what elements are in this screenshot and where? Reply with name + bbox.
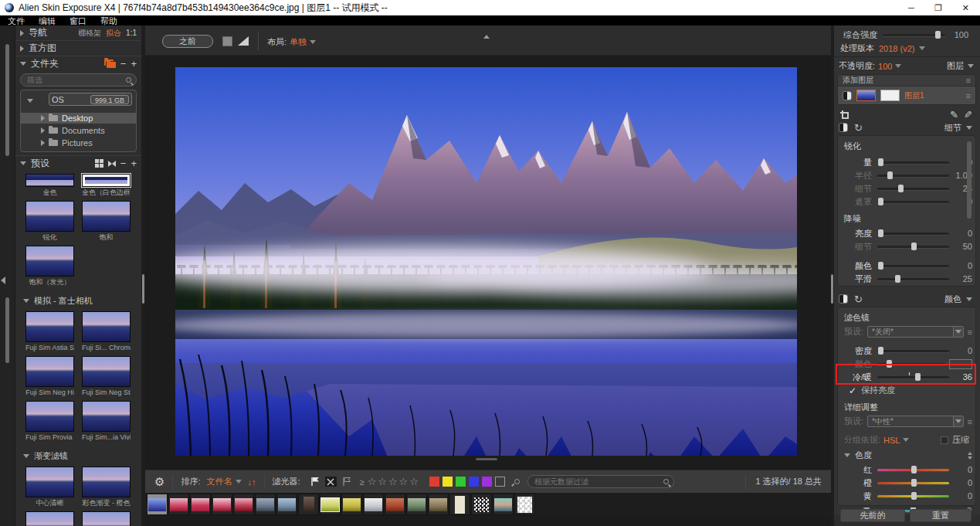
slider-track[interactable] [877, 376, 949, 378]
maximize-button[interactable]: ❐ [934, 3, 942, 13]
label-blue-chip[interactable] [469, 477, 479, 487]
color-filter-preset-dropdown[interactable]: *关闭* [867, 326, 964, 338]
compress-checkbox[interactable] [941, 436, 948, 444]
slider-track[interactable] [877, 350, 949, 352]
slider-track[interactable] [877, 495, 949, 497]
before-button[interactable]: 之前 [162, 35, 213, 48]
slider-track[interactable] [877, 201, 949, 203]
crop-tool-icon[interactable] [840, 110, 849, 120]
preset-thumbnail[interactable] [25, 511, 74, 526]
slider-track[interactable] [877, 482, 949, 484]
preset-item[interactable]: 中心清晰 [25, 467, 74, 507]
folder-filter-input[interactable] [25, 75, 126, 85]
split-preview-icon[interactable] [839, 123, 848, 132]
previous-button[interactable]: 先前的 [840, 509, 905, 522]
preset-item[interactable]: 彩色渐变 - 蓝色 [25, 511, 74, 526]
preset-thumbnail[interactable] [82, 201, 131, 232]
filmstrip-thumb[interactable] [428, 494, 449, 515]
gear-icon[interactable]: ⚙ [154, 475, 164, 489]
nav-grid-mode[interactable]: 棚格架 [78, 28, 101, 39]
hamburger-icon[interactable]: ≡ [966, 91, 971, 100]
preset-thumbnail[interactable] [82, 467, 131, 497]
slider-thumb[interactable] [911, 479, 917, 487]
slider-track[interactable] [877, 232, 949, 235]
layer-name[interactable]: 图层1 [904, 90, 924, 101]
preset-item[interactable]: Fuji Sim Neg Std [82, 356, 131, 396]
slider-thumb[interactable] [887, 360, 892, 368]
add-folder-button[interactable]: + [131, 60, 137, 68]
slider-track[interactable] [877, 363, 946, 365]
slider-thumb[interactable] [878, 262, 883, 270]
close-button[interactable]: ✕ [962, 3, 969, 13]
preset-item[interactable]: 金色 [25, 174, 74, 196]
label-purple-chip[interactable] [482, 477, 492, 487]
slider-thumb[interactable] [887, 171, 893, 179]
preset-item[interactable]: Fuji Si... Chrome [82, 311, 131, 351]
filmstrip-thumb[interactable] [168, 494, 189, 515]
color-panel-title[interactable]: 颜色 [944, 294, 961, 305]
collapse-left-panel-icon[interactable] [1, 277, 5, 284]
folder-item-desktop[interactable]: Desktop [21, 113, 136, 124]
filmstrip-thumb[interactable] [514, 494, 535, 515]
star-rating-filter[interactable]: ☆☆☆☆☆ [368, 476, 420, 487]
slider-track[interactable] [883, 34, 945, 36]
slider-track[interactable] [877, 175, 949, 177]
filmstrip-thumb[interactable] [363, 494, 384, 515]
slider-thumb[interactable] [898, 185, 904, 192]
slider-thumb[interactable] [911, 492, 917, 500]
preset-item[interactable]: 锐化 [25, 201, 74, 241]
preset-item[interactable]: Fuji Sim Provia Std [25, 401, 74, 441]
preset-thumbnail[interactable] [25, 401, 74, 432]
filmstrip-thumb[interactable] [406, 494, 427, 515]
slider-thumb[interactable] [915, 373, 921, 381]
filmstrip-thumb[interactable] [471, 494, 492, 515]
filmstrip-thumb[interactable] [385, 494, 405, 515]
rating-ge-icon[interactable]: ≥ [360, 477, 365, 487]
layer-row[interactable]: 图层1 ≡ [838, 87, 975, 104]
nav-fit-mode[interactable]: 拟合 [106, 28, 121, 39]
slider-track[interactable] [877, 278, 949, 280]
sort-direction-icon[interactable]: ↓↑ [248, 477, 256, 487]
slider-track[interactable] [877, 161, 949, 164]
folders-section-header[interactable]: 文件夹 − + [15, 56, 141, 71]
label-none-chip[interactable] [495, 477, 505, 487]
opacity-value[interactable]: 100 [878, 62, 892, 71]
slider-thumb[interactable] [878, 229, 883, 237]
horizontal-grip[interactable] [476, 458, 497, 460]
folder-item-documents[interactable]: Documents [21, 125, 136, 136]
preset-item[interactable]: Fuji Sim Neg Hi [25, 356, 74, 396]
collapse-top-icon[interactable] [483, 28, 490, 42]
slider-track[interactable] [877, 265, 949, 267]
layout-value[interactable]: 单独 [290, 36, 307, 48]
add-layer-row[interactable]: 添加图层 ≡ [838, 75, 975, 87]
label-red-chip[interactable] [429, 477, 439, 487]
remove-preset-button[interactable]: − [120, 160, 127, 168]
metadata-search-input[interactable] [533, 477, 663, 487]
split-preview-icon[interactable] [839, 294, 848, 304]
filmstrip-thumb[interactable] [233, 494, 254, 515]
flag-unflagged-icon[interactable] [341, 477, 352, 487]
sort-value[interactable]: 文件名 [207, 476, 232, 487]
loupe-filter-icon[interactable] [514, 479, 520, 484]
color-swatch[interactable] [949, 359, 972, 369]
left-scrollbar-top[interactable] [5, 44, 9, 156]
preset-item[interactable]: Fuji Sim...ia Vivid [82, 401, 131, 441]
filmstrip-thumb[interactable] [320, 494, 341, 515]
preset-item[interactable]: Fuji Sim Astia Soft [25, 311, 74, 351]
filmstrip-thumb[interactable] [298, 494, 319, 515]
filmstrip-thumb-selected[interactable] [147, 494, 168, 515]
preserve-brightness-row[interactable]: ✓ 保持亮度 [849, 385, 895, 396]
filmstrip-thumb[interactable] [276, 494, 297, 515]
folder-item-pictures[interactable]: Pictures [21, 137, 136, 148]
filmstrip-thumb[interactable] [341, 494, 362, 515]
filmstrip-thumb[interactable] [212, 494, 232, 515]
preset-item[interactable]: 金色（白色边框） [82, 174, 131, 196]
grid-view-icon[interactable] [95, 159, 103, 168]
preset-thumbnail[interactable] [82, 401, 131, 432]
preset-thumbnail[interactable] [25, 246, 74, 277]
nav-1to1-mode[interactable]: 1:1 [126, 29, 137, 37]
presets-section-header[interactable]: 预设 − + [15, 156, 141, 171]
expand-collapse-icon[interactable] [968, 452, 972, 460]
folder-stack-icon[interactable] [104, 59, 116, 68]
preset-thumbnail[interactable] [82, 511, 131, 526]
